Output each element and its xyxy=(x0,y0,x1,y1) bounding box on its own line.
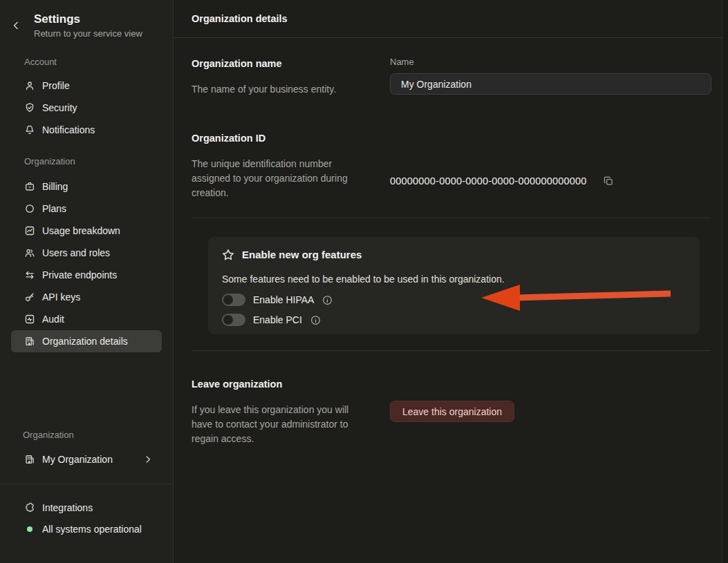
leave-org-heading: Leave organization xyxy=(192,377,366,391)
shield-check-icon xyxy=(24,102,35,113)
org-id-description: The unique identification number assigne… xyxy=(192,157,366,200)
sidebar-item-label: Private endpoints xyxy=(42,269,117,281)
back-button[interactable] xyxy=(11,18,26,33)
enable-features-card: Enable new org features Some features ne… xyxy=(208,237,700,334)
integrations-link[interactable]: Integrations xyxy=(0,499,173,516)
building-icon xyxy=(24,454,35,465)
copy-org-id-button[interactable] xyxy=(601,174,615,188)
sidebar-item-private-endpoints[interactable]: Private endpoints xyxy=(11,264,162,286)
settings-sidebar: Settings Return to your service view Acc… xyxy=(0,0,174,563)
pci-info-icon[interactable] xyxy=(310,315,321,325)
integrations-label: Integrations xyxy=(42,502,93,513)
pci-toggle-row: Enable PCI xyxy=(222,314,686,326)
system-status-link[interactable]: All systems operational xyxy=(0,521,173,537)
sidebar-item-notifications[interactable]: Notifications xyxy=(11,119,162,141)
hipaa-info-icon[interactable] xyxy=(322,295,333,305)
sidebar-item-label: Plans xyxy=(42,202,66,215)
organization-id-section: Organization ID The unique identificatio… xyxy=(192,131,711,200)
org-switcher[interactable]: My Organization xyxy=(11,449,162,470)
sidebar-footer-divider xyxy=(0,484,173,484)
sidebar-item-audit[interactable]: Audit xyxy=(11,308,162,330)
sidebar-item-label: Organization details xyxy=(42,335,128,347)
leave-org-description: If you leave this organization you will … xyxy=(192,403,366,446)
sidebar-item-label: API keys xyxy=(42,291,80,303)
sidebar-footer: Integrations All systems operational xyxy=(0,499,173,563)
org-name-heading: Organization name xyxy=(192,57,366,70)
enable-hipaa-toggle[interactable] xyxy=(222,294,245,306)
main-panel: Organization details Organization name T… xyxy=(174,0,728,563)
star-icon xyxy=(222,249,234,261)
organization-id-value: 00000000-0000-0000-0000-000000000000 xyxy=(390,175,587,187)
sidebar-item-api-keys[interactable]: API keys xyxy=(11,286,162,308)
organization-name-input[interactable] xyxy=(390,73,711,95)
hipaa-toggle-label: Enable HIPAA xyxy=(253,294,314,305)
key-icon xyxy=(24,292,35,303)
sidebar-item-security[interactable]: Security xyxy=(11,97,162,119)
name-field-label: Name xyxy=(390,57,711,68)
circle-icon xyxy=(24,203,35,214)
sidebar-item-label: Notifications xyxy=(42,124,95,136)
billing-icon xyxy=(24,181,35,192)
hipaa-toggle-row: Enable HIPAA xyxy=(222,294,686,306)
sidebar-item-label: Users and roles xyxy=(42,247,110,259)
status-ok-dot-icon xyxy=(27,526,32,532)
sidebar-item-billing[interactable]: Billing xyxy=(11,175,162,198)
org-id-heading: Organization ID xyxy=(192,131,366,145)
org-switcher-label: Organization xyxy=(23,430,173,441)
section-label-organization: Organization xyxy=(24,156,173,167)
swap-arrows-icon xyxy=(24,269,35,280)
users-icon xyxy=(24,247,35,258)
bell-icon xyxy=(24,124,35,135)
org-switcher-value: My Organization xyxy=(42,454,113,465)
section-divider xyxy=(192,218,711,218)
sidebar-item-profile[interactable]: Profile xyxy=(11,75,162,97)
features-card-description: Some features need to be enabled to be u… xyxy=(222,273,686,286)
pci-toggle-label: Enable PCI xyxy=(253,314,302,325)
leave-organization-section: Leave organization If you leave this org… xyxy=(192,351,711,446)
sidebar-item-plans[interactable]: Plans xyxy=(11,198,162,220)
features-card-title: Enable new org features xyxy=(242,248,362,262)
organization-name-section: Organization name The name of your busin… xyxy=(192,38,711,97)
chevron-left-icon xyxy=(11,21,21,30)
page-title: Organization details xyxy=(192,13,288,24)
sidebar-item-label: Billing xyxy=(42,180,68,193)
sidebar-header: Settings Return to your service view xyxy=(0,0,173,39)
sidebar-item-users-and-roles[interactable]: Users and roles xyxy=(11,242,162,264)
audit-icon xyxy=(24,314,35,325)
sidebar-bottom: Organization My Organization Integration… xyxy=(0,430,173,563)
leave-organization-button[interactable]: Leave this organization xyxy=(390,401,514,422)
org-name-description: The name of your business entity. xyxy=(192,82,366,97)
building-icon xyxy=(24,336,35,347)
sidebar-item-usage-breakdown[interactable]: Usage breakdown xyxy=(11,220,162,242)
user-icon xyxy=(24,80,35,91)
copy-icon xyxy=(603,175,614,187)
sidebar-item-label: Audit xyxy=(42,313,64,325)
puzzle-icon xyxy=(24,502,35,513)
toggle-knob xyxy=(223,295,233,305)
sidebar-subtitle: Return to your service view xyxy=(34,28,163,39)
toggle-knob xyxy=(223,315,233,325)
sidebar-title: Settings xyxy=(34,12,163,26)
sidebar-item-label: Profile xyxy=(42,79,70,92)
page-header: Organization details xyxy=(174,0,728,38)
scrollbar-gutter[interactable] xyxy=(722,0,728,563)
sidebar-item-label: Usage breakdown xyxy=(42,225,120,237)
section-label-account: Account xyxy=(24,57,173,68)
system-status-label: All systems operational xyxy=(42,524,142,535)
usage-chart-icon xyxy=(24,225,35,236)
sidebar-item-organization-details[interactable]: Organization details xyxy=(11,330,162,352)
sidebar-item-label: Security xyxy=(42,102,77,114)
enable-pci-toggle[interactable] xyxy=(222,314,245,326)
chevron-right-icon xyxy=(144,455,152,464)
